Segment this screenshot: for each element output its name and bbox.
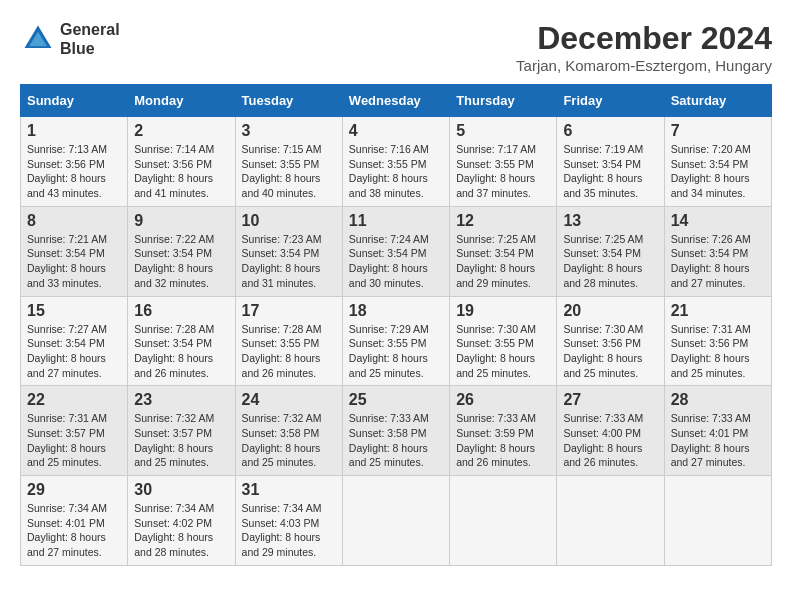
day-cell: 10Sunrise: 7:23 AMSunset: 3:54 PMDayligh… [235, 206, 342, 296]
day-number: 29 [27, 481, 121, 499]
calendar-header: SundayMondayTuesdayWednesdayThursdayFrid… [21, 85, 772, 117]
day-cell: 25Sunrise: 7:33 AMSunset: 3:58 PMDayligh… [342, 386, 449, 476]
day-info: Sunrise: 7:33 AMSunset: 4:01 PMDaylight:… [671, 412, 751, 468]
day-info: Sunrise: 7:27 AMSunset: 3:54 PMDaylight:… [27, 323, 107, 379]
day-number: 12 [456, 212, 550, 230]
day-cell: 23Sunrise: 7:32 AMSunset: 3:57 PMDayligh… [128, 386, 235, 476]
day-number: 3 [242, 122, 336, 140]
day-number: 7 [671, 122, 765, 140]
day-number: 6 [563, 122, 657, 140]
day-cell [557, 476, 664, 566]
day-number: 30 [134, 481, 228, 499]
day-cell: 9Sunrise: 7:22 AMSunset: 3:54 PMDaylight… [128, 206, 235, 296]
day-info: Sunrise: 7:24 AMSunset: 3:54 PMDaylight:… [349, 233, 429, 289]
day-info: Sunrise: 7:22 AMSunset: 3:54 PMDaylight:… [134, 233, 214, 289]
day-info: Sunrise: 7:19 AMSunset: 3:54 PMDaylight:… [563, 143, 643, 199]
header-wednesday: Wednesday [342, 85, 449, 117]
day-cell: 15Sunrise: 7:27 AMSunset: 3:54 PMDayligh… [21, 296, 128, 386]
day-number: 20 [563, 302, 657, 320]
calendar-body: 1Sunrise: 7:13 AMSunset: 3:56 PMDaylight… [21, 117, 772, 566]
day-info: Sunrise: 7:16 AMSunset: 3:55 PMDaylight:… [349, 143, 429, 199]
day-info: Sunrise: 7:28 AMSunset: 3:55 PMDaylight:… [242, 323, 322, 379]
day-info: Sunrise: 7:34 AMSunset: 4:03 PMDaylight:… [242, 502, 322, 558]
day-info: Sunrise: 7:15 AMSunset: 3:55 PMDaylight:… [242, 143, 322, 199]
day-number: 1 [27, 122, 121, 140]
day-info: Sunrise: 7:30 AMSunset: 3:56 PMDaylight:… [563, 323, 643, 379]
header-sunday: Sunday [21, 85, 128, 117]
header-row: SundayMondayTuesdayWednesdayThursdayFrid… [21, 85, 772, 117]
week-row-4: 22Sunrise: 7:31 AMSunset: 3:57 PMDayligh… [21, 386, 772, 476]
day-number: 5 [456, 122, 550, 140]
day-cell [664, 476, 771, 566]
day-cell: 3Sunrise: 7:15 AMSunset: 3:55 PMDaylight… [235, 117, 342, 207]
day-cell: 21Sunrise: 7:31 AMSunset: 3:56 PMDayligh… [664, 296, 771, 386]
day-info: Sunrise: 7:30 AMSunset: 3:55 PMDaylight:… [456, 323, 536, 379]
title-area: December 2024 Tarjan, Komarom-Esztergom,… [516, 20, 772, 74]
day-info: Sunrise: 7:31 AMSunset: 3:57 PMDaylight:… [27, 412, 107, 468]
day-cell: 22Sunrise: 7:31 AMSunset: 3:57 PMDayligh… [21, 386, 128, 476]
day-cell [450, 476, 557, 566]
day-cell: 24Sunrise: 7:32 AMSunset: 3:58 PMDayligh… [235, 386, 342, 476]
header-friday: Friday [557, 85, 664, 117]
header: General Blue December 2024 Tarjan, Komar… [20, 20, 772, 74]
day-cell: 7Sunrise: 7:20 AMSunset: 3:54 PMDaylight… [664, 117, 771, 207]
day-cell: 18Sunrise: 7:29 AMSunset: 3:55 PMDayligh… [342, 296, 449, 386]
day-cell: 1Sunrise: 7:13 AMSunset: 3:56 PMDaylight… [21, 117, 128, 207]
day-number: 21 [671, 302, 765, 320]
day-cell: 14Sunrise: 7:26 AMSunset: 3:54 PMDayligh… [664, 206, 771, 296]
day-info: Sunrise: 7:33 AMSunset: 4:00 PMDaylight:… [563, 412, 643, 468]
day-number: 16 [134, 302, 228, 320]
day-cell: 20Sunrise: 7:30 AMSunset: 3:56 PMDayligh… [557, 296, 664, 386]
day-number: 18 [349, 302, 443, 320]
day-number: 2 [134, 122, 228, 140]
day-number: 23 [134, 391, 228, 409]
day-info: Sunrise: 7:31 AMSunset: 3:56 PMDaylight:… [671, 323, 751, 379]
header-thursday: Thursday [450, 85, 557, 117]
day-number: 15 [27, 302, 121, 320]
day-cell: 4Sunrise: 7:16 AMSunset: 3:55 PMDaylight… [342, 117, 449, 207]
day-number: 9 [134, 212, 228, 230]
day-number: 27 [563, 391, 657, 409]
day-info: Sunrise: 7:23 AMSunset: 3:54 PMDaylight:… [242, 233, 322, 289]
week-row-5: 29Sunrise: 7:34 AMSunset: 4:01 PMDayligh… [21, 476, 772, 566]
day-number: 26 [456, 391, 550, 409]
day-number: 8 [27, 212, 121, 230]
logo-icon [20, 21, 56, 57]
day-cell: 16Sunrise: 7:28 AMSunset: 3:54 PMDayligh… [128, 296, 235, 386]
day-cell: 5Sunrise: 7:17 AMSunset: 3:55 PMDaylight… [450, 117, 557, 207]
logo-line2: Blue [60, 39, 120, 58]
day-cell: 12Sunrise: 7:25 AMSunset: 3:54 PMDayligh… [450, 206, 557, 296]
day-info: Sunrise: 7:34 AMSunset: 4:01 PMDaylight:… [27, 502, 107, 558]
day-info: Sunrise: 7:28 AMSunset: 3:54 PMDaylight:… [134, 323, 214, 379]
day-number: 13 [563, 212, 657, 230]
day-info: Sunrise: 7:32 AMSunset: 3:58 PMDaylight:… [242, 412, 322, 468]
day-info: Sunrise: 7:14 AMSunset: 3:56 PMDaylight:… [134, 143, 214, 199]
day-cell: 13Sunrise: 7:25 AMSunset: 3:54 PMDayligh… [557, 206, 664, 296]
logo: General Blue [20, 20, 120, 58]
day-number: 14 [671, 212, 765, 230]
day-info: Sunrise: 7:26 AMSunset: 3:54 PMDaylight:… [671, 233, 751, 289]
week-row-2: 8Sunrise: 7:21 AMSunset: 3:54 PMDaylight… [21, 206, 772, 296]
day-number: 28 [671, 391, 765, 409]
day-cell [342, 476, 449, 566]
day-cell: 11Sunrise: 7:24 AMSunset: 3:54 PMDayligh… [342, 206, 449, 296]
day-info: Sunrise: 7:29 AMSunset: 3:55 PMDaylight:… [349, 323, 429, 379]
day-info: Sunrise: 7:33 AMSunset: 3:58 PMDaylight:… [349, 412, 429, 468]
day-cell: 28Sunrise: 7:33 AMSunset: 4:01 PMDayligh… [664, 386, 771, 476]
day-info: Sunrise: 7:13 AMSunset: 3:56 PMDaylight:… [27, 143, 107, 199]
day-cell: 6Sunrise: 7:19 AMSunset: 3:54 PMDaylight… [557, 117, 664, 207]
logo-line1: General [60, 20, 120, 39]
header-saturday: Saturday [664, 85, 771, 117]
day-info: Sunrise: 7:25 AMSunset: 3:54 PMDaylight:… [456, 233, 536, 289]
day-info: Sunrise: 7:32 AMSunset: 3:57 PMDaylight:… [134, 412, 214, 468]
day-number: 19 [456, 302, 550, 320]
day-cell: 30Sunrise: 7:34 AMSunset: 4:02 PMDayligh… [128, 476, 235, 566]
day-cell: 26Sunrise: 7:33 AMSunset: 3:59 PMDayligh… [450, 386, 557, 476]
day-number: 24 [242, 391, 336, 409]
calendar-table: SundayMondayTuesdayWednesdayThursdayFrid… [20, 84, 772, 566]
day-cell: 27Sunrise: 7:33 AMSunset: 4:00 PMDayligh… [557, 386, 664, 476]
header-tuesday: Tuesday [235, 85, 342, 117]
day-number: 17 [242, 302, 336, 320]
day-info: Sunrise: 7:17 AMSunset: 3:55 PMDaylight:… [456, 143, 536, 199]
day-cell: 8Sunrise: 7:21 AMSunset: 3:54 PMDaylight… [21, 206, 128, 296]
